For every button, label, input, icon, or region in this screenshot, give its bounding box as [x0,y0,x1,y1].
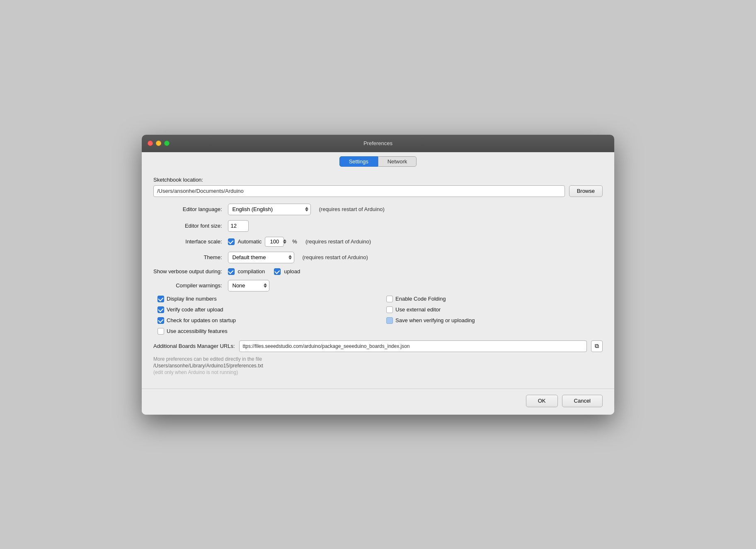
boards-input[interactable] [239,340,587,352]
theme-note: (requires restart of Arduino) [303,254,368,260]
copy-button[interactable]: ⧉ [591,340,603,352]
tab-bar: Settings Network [142,152,614,170]
accessibility-checkbox[interactable] [158,328,164,335]
compiler-warnings-label: Compiler warnings: [153,282,228,289]
editor-font-size-label: Editor font size: [153,223,228,229]
checkbox-external-editor: Use external editor [386,306,598,313]
editor-language-note: (requires restart of Arduino) [319,206,385,212]
settings-content: Sketchbook location: Browse Editor langu… [142,170,614,389]
bottom-bar: OK Cancel [142,389,614,415]
check-updates-checkbox[interactable] [158,317,164,324]
editor-language-select-wrapper: English (English) [228,204,311,215]
window-title: Preferences [363,140,393,146]
verify-code-label: Verify code after upload [167,306,223,313]
checkbox-accessibility: Use accessibility features [158,328,370,335]
compilation-label: compilation [238,268,265,274]
checkboxes-left: Display line numbers Verify code after u… [158,296,370,335]
code-folding-label: Enable Code Folding [395,296,446,302]
compiler-warnings-select[interactable]: None [228,280,269,292]
external-editor-label: Use external editor [395,306,441,313]
preferences-info-text: More preferences can be edited directly … [153,356,603,362]
interface-scale-label: Interface scale: [153,238,228,245]
boards-row: Additional Boards Manager URLs: ⧉ [153,340,603,352]
boards-label: Additional Boards Manager URLs: [153,343,235,349]
display-line-numbers-checkbox[interactable] [158,296,164,302]
automatic-checkbox[interactable] [228,238,235,245]
theme-label: Theme: [153,254,228,260]
automatic-label: Automatic [238,238,262,245]
checkboxes-section: Display line numbers Verify code after u… [153,296,603,335]
sketchbook-label: Sketchbook location: [153,177,603,183]
checkbox-check-updates: Check for updates on startup [158,317,370,324]
close-button[interactable] [148,141,153,146]
maximize-button[interactable] [164,141,170,146]
browse-button[interactable]: Browse [569,185,603,197]
external-editor-checkbox[interactable] [386,306,393,313]
checkboxes-right: Enable Code Folding Use external editor … [386,296,598,335]
accessibility-label: Use accessibility features [167,328,228,334]
editor-language-value: English (English) (requires restart of A… [228,204,603,215]
compilation-checkbox[interactable] [228,268,235,275]
verify-code-checkbox[interactable] [158,306,164,313]
editor-font-size-value [228,220,603,232]
sketchbook-path-input[interactable] [153,185,565,197]
ok-button[interactable]: OK [526,395,558,407]
interface-scale-value: Automatic % (requires restart of Arduino… [228,237,603,247]
editor-language-label: Editor language: [153,206,228,212]
preferences-edit-note: (edit only when Arduino is not running) [153,369,603,375]
upload-checkbox[interactable] [274,268,281,275]
minimize-button[interactable] [156,141,161,146]
sketchbook-row: Browse [153,185,603,197]
checkbox-code-folding: Enable Code Folding [386,296,598,302]
verbose-output-value: compilation upload [228,268,603,275]
scale-input[interactable] [265,237,284,247]
check-updates-label: Check for updates on startup [167,317,236,323]
editor-font-size-input[interactable] [228,220,249,232]
cancel-button[interactable]: Cancel [562,395,603,407]
titlebar: Preferences [142,135,614,152]
save-verifying-checkbox[interactable] [386,317,393,324]
compiler-warnings-value: None [228,280,603,292]
verbose-output-label: Show verbose output during: [153,268,228,274]
checkbox-display-line-numbers: Display line numbers [158,296,370,302]
preferences-file-path: /Users/ansonhe/Library/Arduino15/prefere… [153,363,603,369]
preferences-window: Preferences Settings Network Sketchbook … [142,135,614,415]
settings-form: Editor language: English (English) (requ… [153,204,603,292]
theme-value: Default theme (requires restart of Ardui… [228,252,603,263]
theme-select[interactable]: Default theme [228,252,294,263]
traffic-lights [148,141,170,146]
display-line-numbers-label: Display line numbers [167,296,217,302]
checkbox-verify-code: Verify code after upload [158,306,370,313]
editor-language-select[interactable]: English (English) [228,204,311,215]
tab-network[interactable]: Network [378,156,417,167]
interface-scale-note: (requires restart of Arduino) [305,238,371,245]
checkbox-save-verifying: Save when verifying or uploading [386,317,598,324]
upload-label: upload [284,268,300,274]
save-verifying-label: Save when verifying or uploading [395,317,475,323]
tab-settings[interactable]: Settings [339,156,378,167]
theme-select-wrapper: Default theme [228,252,294,263]
code-folding-checkbox[interactable] [386,296,393,302]
scale-unit: % [292,238,297,245]
compiler-warnings-select-wrapper: None [228,280,269,292]
